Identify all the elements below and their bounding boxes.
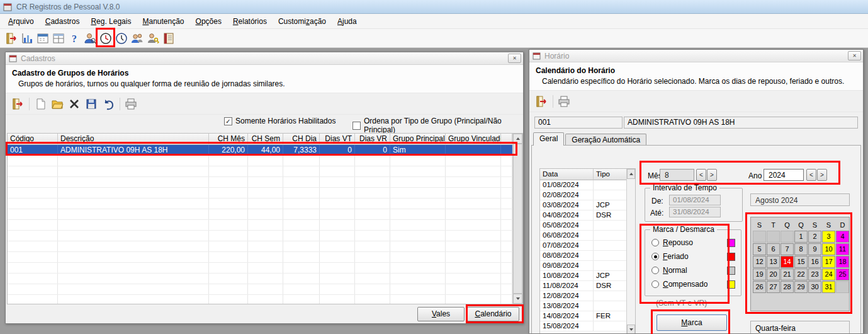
calendar-day-16[interactable]: 16 bbox=[808, 256, 821, 268]
table-row[interactable]: 13/08/2024 bbox=[540, 301, 635, 311]
clock-circle-button[interactable] bbox=[98, 31, 113, 46]
column-header-dias-vt[interactable]: Dias VT bbox=[320, 134, 355, 145]
column-header-ch-sem[interactable]: CH Sem bbox=[248, 134, 283, 145]
table-row[interactable]: 14/08/2024FER bbox=[540, 311, 635, 321]
scrollbar-thumb[interactable] bbox=[513, 144, 522, 294]
column-header-descricao[interactable]: Descrição bbox=[58, 134, 209, 145]
chart-button[interactable] bbox=[20, 31, 35, 46]
calendar-day-14[interactable]: 14 bbox=[781, 256, 794, 268]
calendar-day-10[interactable]: 10 bbox=[822, 243, 835, 255]
exit-button[interactable] bbox=[9, 96, 26, 112]
column-header-ch-dia[interactable]: CH Dia bbox=[283, 134, 320, 145]
calendar-day-7[interactable]: 7 bbox=[781, 243, 794, 255]
calendar-day-9[interactable]: 9 bbox=[808, 243, 821, 255]
calendar-day-22[interactable]: 22 bbox=[794, 268, 808, 280]
open-button[interactable] bbox=[49, 96, 65, 112]
table-row[interactable]: 05/08/2024 bbox=[540, 221, 635, 231]
calendar-day-18[interactable]: 18 bbox=[836, 256, 849, 268]
radio-repouso[interactable]: Repouso bbox=[651, 238, 735, 248]
menu-opcoes[interactable]: Opções bbox=[190, 14, 227, 28]
vales-button[interactable]: Vales bbox=[417, 307, 465, 321]
calendar-day-31[interactable]: 31 bbox=[822, 281, 835, 293]
close-icon[interactable] bbox=[508, 54, 521, 63]
calendar-day-12[interactable]: 12 bbox=[753, 256, 766, 268]
table-row[interactable]: 06/08/2024 bbox=[540, 231, 635, 241]
table-row[interactable]: 01/08/2024 bbox=[540, 180, 635, 190]
scroll-up-button[interactable] bbox=[513, 134, 522, 144]
codigo-field[interactable]: 001 bbox=[534, 117, 623, 129]
new-button[interactable] bbox=[32, 96, 48, 112]
calendar-day-17[interactable]: 17 bbox=[822, 256, 835, 268]
cadastros-titlebar[interactable]: Cadastros bbox=[6, 52, 523, 65]
mes-next-button[interactable]: > bbox=[707, 169, 717, 181]
menu-manutencao[interactable]: Manutenção bbox=[137, 14, 189, 28]
mes-prev-button[interactable]: < bbox=[696, 169, 706, 181]
clock-button[interactable] bbox=[114, 31, 129, 46]
checkbox-somente-horarios-habilitados[interactable]: ✓Somente Horários Habilitados bbox=[224, 117, 335, 125]
calendar-day-24[interactable]: 24 bbox=[822, 268, 835, 280]
calendar-day-26[interactable]: 26 bbox=[753, 281, 766, 293]
table-row[interactable]: 12/08/2024 bbox=[540, 291, 635, 301]
calendar-day-5[interactable]: 5 bbox=[753, 243, 766, 255]
table-row[interactable]: 02/08/2024 bbox=[540, 190, 635, 200]
grid-button[interactable] bbox=[51, 31, 66, 46]
calendar-day-19[interactable]: 19 bbox=[753, 268, 766, 280]
radio-normal[interactable]: Normal bbox=[651, 265, 735, 275]
table-row[interactable]: 09/08/2024 bbox=[540, 261, 635, 271]
calendar-day-1[interactable]: 1 bbox=[794, 231, 808, 243]
table-row[interactable]: 15/08/2024 bbox=[540, 321, 635, 331]
calendar-day-13[interactable]: 13 bbox=[767, 256, 780, 268]
menu-reg-legais[interactable]: Reg. Legais bbox=[85, 14, 137, 28]
exit-button[interactable] bbox=[4, 31, 19, 46]
calendar-day-25[interactable]: 25 bbox=[836, 268, 849, 280]
table-row[interactable]: 03/08/2024JCP bbox=[540, 200, 635, 210]
delete-button[interactable] bbox=[66, 96, 82, 112]
calendar-day-29[interactable]: 29 bbox=[794, 281, 808, 293]
de-field[interactable]: 01/08/2024 bbox=[669, 195, 721, 205]
column-header-dias-vr[interactable]: Dias VR bbox=[355, 134, 390, 145]
print-button[interactable] bbox=[556, 93, 572, 110]
column-header-tipo[interactable]: Tipo bbox=[594, 169, 628, 180]
save-button[interactable] bbox=[83, 96, 99, 112]
vertical-scrollbar[interactable] bbox=[626, 169, 635, 334]
column-header-grupo-vinculado[interactable]: Grupo Vinculado bbox=[446, 134, 501, 145]
ano-next-button[interactable]: > bbox=[817, 169, 827, 181]
menu-cadastros[interactable]: Cadastros bbox=[40, 14, 86, 28]
column-header-ch-mes[interactable]: CH Mês bbox=[209, 134, 248, 145]
app-titlebar[interactable]: CR Registros de Pessoal V.8.0 bbox=[0, 0, 868, 14]
table-row[interactable]: 07/08/2024 bbox=[540, 241, 635, 251]
menu-ajuda[interactable]: Ajuda bbox=[332, 14, 363, 28]
scroll-down-button[interactable] bbox=[513, 294, 522, 304]
calendar-day-15[interactable]: 15 bbox=[794, 256, 808, 268]
user-search-button[interactable] bbox=[82, 31, 98, 46]
descricao-field[interactable]: ADMINISTRATIVO 09H AS 18H bbox=[624, 117, 858, 129]
menu-relatorios[interactable]: Relatórios bbox=[227, 14, 273, 28]
exit-button[interactable] bbox=[533, 93, 550, 110]
calendar-day-4[interactable]: 4 bbox=[836, 231, 849, 243]
close-icon[interactable] bbox=[848, 51, 861, 60]
radio-feriado[interactable]: Feriado bbox=[651, 251, 735, 262]
horario-titlebar[interactable]: Horário bbox=[529, 50, 863, 62]
calendar-day-11[interactable]: 11 bbox=[836, 243, 849, 255]
ano-field[interactable]: 2024 bbox=[764, 169, 804, 181]
calendar-day-23[interactable]: 23 bbox=[808, 268, 821, 280]
radio-compensado[interactable]: Compensado bbox=[651, 279, 735, 289]
calendar-day-27[interactable]: 27 bbox=[767, 281, 780, 293]
tab-geracao-automatica[interactable]: Geração Automática bbox=[565, 134, 646, 146]
users-button[interactable] bbox=[130, 31, 145, 46]
calendar-day-3[interactable]: 3 bbox=[822, 231, 835, 243]
mes-field[interactable]: 8 bbox=[660, 169, 694, 181]
scroll-down-button[interactable] bbox=[627, 325, 635, 334]
vertical-scrollbar[interactable] bbox=[512, 134, 522, 304]
user-key-button[interactable] bbox=[145, 31, 161, 46]
calendar-button[interactable] bbox=[35, 31, 50, 46]
column-header-grupo-principal[interactable]: Grupo Principal bbox=[390, 134, 446, 145]
calendario-button[interactable]: Calendário bbox=[467, 307, 519, 321]
scroll-up-button[interactable] bbox=[627, 169, 635, 179]
column-header-codigo[interactable]: Código bbox=[8, 134, 58, 145]
calendar-day-30[interactable]: 30 bbox=[808, 281, 821, 293]
table-row[interactable]: 10/08/2024JCP bbox=[540, 271, 635, 281]
help-button[interactable]: ? bbox=[67, 31, 82, 46]
column-header-data[interactable]: Data bbox=[540, 169, 594, 180]
menu-customizacao[interactable]: Customização bbox=[273, 14, 332, 28]
